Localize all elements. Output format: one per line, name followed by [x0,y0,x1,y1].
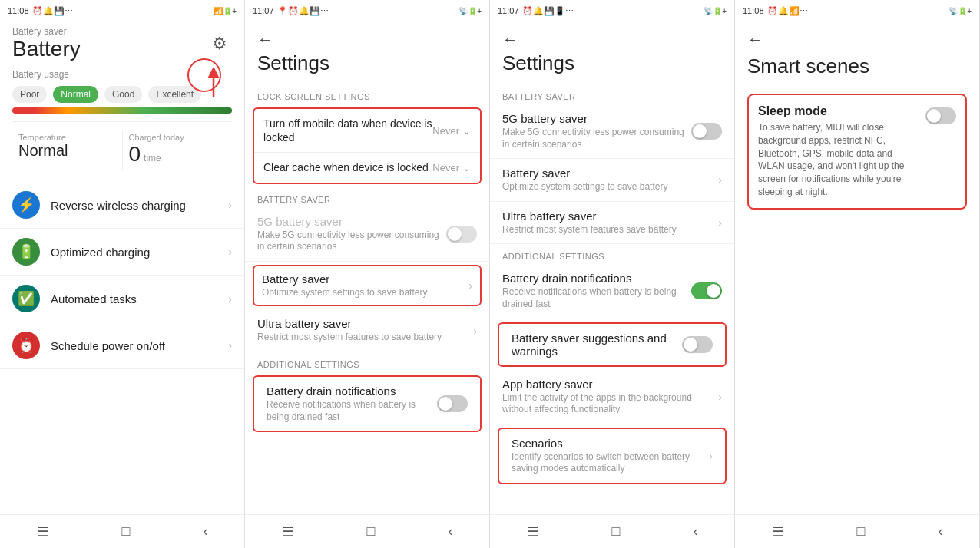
nav-home-1[interactable]: □ [107,517,146,546]
battery-usage-label: Battery usage [12,69,232,80]
reverse-wireless-text: Reverse wireless charging [51,199,228,212]
nav-menu-3[interactable]: ☰ [512,517,555,546]
nav-back-3[interactable]: ‹ [677,517,713,546]
smart-scenes-content: Sleep mode To save battery, MIUI will cl… [735,87,979,514]
sleep-mode-desc: To save battery, MIUI will close backgro… [758,121,918,199]
battery-saver-item-3[interactable]: Battery saver Optimize system settings t… [490,159,734,202]
drain-notif-item-3[interactable]: Battery drain notifications Receive noti… [490,264,734,319]
arrow-icon-1: › [228,246,232,258]
ultra-saver-arrow-2: › [473,325,477,337]
battery-saver-highlighted-item[interactable]: Battery saver Optimize system settings t… [253,265,482,307]
quality-good[interactable]: Good [104,86,142,103]
nav-menu-4[interactable]: ☰ [757,517,800,546]
ultra-saver-item-2[interactable]: Ultra battery saver Restrict most system… [245,309,489,352]
nav-menu-1[interactable]: ☰ [22,517,65,546]
5g-saver-item-2[interactable]: 5G battery saver Make 5G connectivity le… [245,207,489,262]
drain-notif-text-3: Battery drain notifications Receive noti… [502,272,691,310]
nav-home-3[interactable]: □ [597,517,636,546]
5g-saver-text-2: 5G battery saver Make 5G connectivity le… [257,215,446,253]
schedule-icon: ⏰ [12,332,40,359]
scenarios-arrow-3: › [709,450,713,462]
menu-items-list: ⚡ Reverse wireless charging › 🔋 Optimize… [0,182,244,369]
gear-icon[interactable]: ⚙ [207,29,232,58]
nav-home-4[interactable]: □ [842,517,881,546]
ultra-saver-text-3: Ultra battery saver Restrict most system… [502,210,718,236]
battery-saver-title-2: Battery saver [262,272,468,286]
5g-saver-title-3: 5G battery saver [502,112,691,125]
suggestions-item-3[interactable]: Battery saver suggestions and warnings [499,324,725,365]
clear-cache-control[interactable]: Never ⌄ [432,162,471,173]
smart-scenes-title: Smart scenes [735,51,979,87]
charged-today-box: Charged today 0 time [122,130,233,170]
scenarios-desc-3: Identify scenarios to switch between bat… [512,451,709,475]
settings-title-2: Settings [245,51,489,84]
additional-label-3: ADDITIONAL SETTINGS [490,244,734,264]
ultra-saver-title-3: Ultra battery saver [502,210,718,223]
suggestions-title-3: Battery saver suggestions and warnings [512,332,682,358]
automated-title: Automated tasks [51,292,228,305]
clear-cache-lock-text: Clear cache when device is locked [263,160,432,174]
panel-smart-scenes: 11:08 ⏰🔔📶⋯ 📡🔋+ ← Smart scenes Sleep mode… [735,0,980,548]
clear-cache-lock-item[interactable]: Clear cache when device is locked Never … [254,153,480,182]
drain-notif-toggle-3[interactable] [691,282,722,299]
back-arrow-3[interactable]: ← [502,31,518,48]
temp-charged-row: Temperature Normal Charged today 0 time [12,121,232,170]
nav-back-1[interactable]: ‹ [187,517,223,546]
battery-saver-desc-3: Optimize system settings to save battery [502,181,718,193]
quality-excellent[interactable]: Excellent [148,86,201,103]
suggestions-toggle-3[interactable] [682,336,713,353]
5g-saver-desc-2: Make 5G connectivity less power consumin… [257,229,446,253]
automated-icon: ✅ [12,285,40,312]
nav-back-2[interactable]: ‹ [432,517,468,546]
battery-saver-arrow-3: › [718,173,722,186]
ultra-saver-title-2: Ultra battery saver [257,317,473,330]
time-1: 11:08 [8,6,29,15]
ultra-saver-item-3[interactable]: Ultra battery saver Restrict most system… [490,202,734,245]
menu-item-reverse-wireless[interactable]: ⚡ Reverse wireless charging › [0,182,244,229]
menu-item-automated[interactable]: ✅ Automated tasks › [0,276,244,322]
panel-settings-lock: 11:07 📍⏰🔔💾⋯ 📡🔋+ ← Settings LOCK SCREEN S… [245,0,490,548]
status-bar-2: 11:07 📍⏰🔔💾⋯ 📡🔋+ [245,0,489,21]
nav-home-2[interactable]: □ [352,517,391,546]
sleep-mode-box: Sleep mode To save battery, MIUI will cl… [747,94,967,210]
panel1-title: Battery [12,37,81,61]
panel-battery: 11:08 ⏰🔔💾⋯ 📶🔋+ Battery saver Battery ⚙ B… [0,0,245,548]
optimized-title: Optimized charging [51,246,228,259]
scenarios-text-3: Scenarios Identify scenarios to switch b… [512,437,709,475]
quality-normal[interactable]: Normal [53,86,98,103]
5g-toggle-3[interactable] [691,123,722,140]
battery-bar [12,107,232,114]
5g-saver-desc-3: Make 5G connectivity less power consumin… [502,127,691,150]
additional-label-2: ADDITIONAL SETTINGS [245,352,489,372]
time-2: 11:07 [253,6,274,15]
nav-back-4[interactable]: ‹ [922,517,958,546]
mobile-data-control[interactable]: Never ⌄ [432,125,471,137]
menu-item-optimized[interactable]: 🔋 Optimized charging › [0,229,244,276]
back-arrow-2[interactable]: ← [257,31,273,48]
drain-notif-item-2[interactable]: Battery drain notifications Receive noti… [254,377,480,431]
5g-toggle-2[interactable] [446,226,477,243]
drain-notif-desc-3: Receive notifications when battery is be… [502,286,691,310]
time-3: 11:07 [498,6,519,15]
battery-saver-label-2: BATTERY SAVER [245,187,489,207]
quality-row: Poor Normal Good Excellent [12,86,232,103]
scenarios-title-3: Scenarios [512,437,709,450]
mobile-data-lock-item[interactable]: Turn off mobile data when device is lock… [254,109,480,152]
quality-poor[interactable]: Poor [12,86,47,103]
battery-saver-title-3: Battery saver [502,167,718,180]
battery-saver-label-3: BATTERY SAVER [490,84,734,104]
battery-usage-section: Battery usage Poor Normal Good Excellent… [0,63,244,176]
back-arrow-4[interactable]: ← [747,31,763,48]
battery-saver-arrow-2: › [468,279,472,292]
scenarios-item-3[interactable]: Scenarios Identify scenarios to switch b… [499,429,725,483]
drain-notif-title-2: Battery drain notifications [267,385,437,398]
app-battery-item-3[interactable]: App battery saver Limit the activity of … [490,370,734,424]
drain-notif-toggle-2[interactable] [437,395,468,412]
sleep-mode-toggle[interactable] [925,107,956,124]
settings-scroll-3: BATTERY SAVER 5G battery saver Make 5G c… [490,84,734,514]
battery-saver-desc-2: Optimize system settings to save battery [262,287,468,299]
status-bar-4: 11:08 ⏰🔔📶⋯ 📡🔋+ [735,0,979,21]
nav-menu-2[interactable]: ☰ [267,517,310,546]
menu-item-schedule[interactable]: ⏰ Schedule power on/off › [0,322,244,369]
5g-saver-item-3[interactable]: 5G battery saver Make 5G connectivity le… [490,104,734,159]
